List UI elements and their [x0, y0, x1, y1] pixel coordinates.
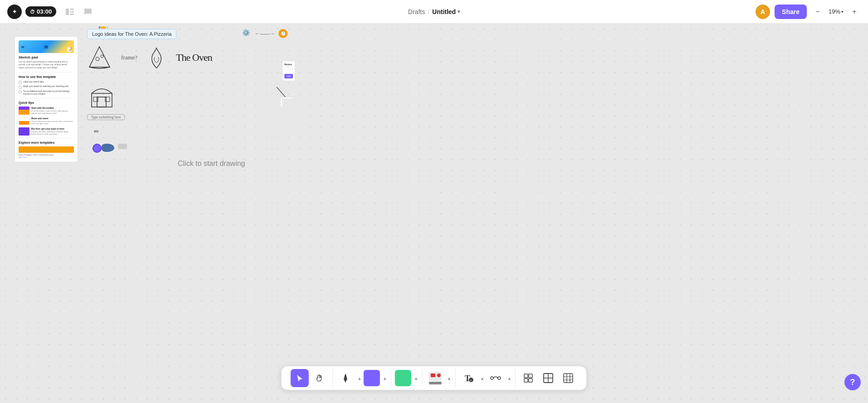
zoom-value-display[interactable]: 19% ▾ — [826, 6, 846, 17]
tip-2: Move and zoom Use the hand tool to pan a… — [19, 117, 74, 125]
drawing-pen-cursor: ✏ — [94, 128, 99, 135]
step-2: Begin your sketch by selecting your sket… — [19, 85, 74, 89]
tip-2-label: Move and zoom — [31, 117, 74, 120]
pizza-slice-sketch — [87, 44, 112, 71]
comment-button[interactable] — [82, 5, 94, 18]
breadcrumb-separator: / — [428, 8, 429, 15]
share-button[interactable]: Share — [775, 5, 807, 19]
settings-icon[interactable]: ⚙️ — [242, 29, 251, 38]
notes-box: Notes Add — [282, 61, 295, 81]
figma-logo-icon: ✦ — [12, 9, 17, 15]
navbar-left: ✦ ⏱ 03:00 — [7, 5, 94, 19]
navbar-center: Drafts / Untitled ▾ — [408, 8, 460, 15]
shape-swatch-chevron-icon[interactable]: ▲ — [414, 376, 419, 381]
svg-rect-2 — [70, 11, 74, 12]
step-1-icon — [19, 81, 22, 84]
panel-toggle-button[interactable] — [63, 5, 76, 18]
tip-1-label: Start with the toolbar — [31, 107, 74, 109]
drawing-blob-shape — [102, 144, 114, 152]
drawing-rect-shape — [118, 144, 127, 149]
explore-heading: Explore more templates — [19, 141, 74, 145]
zoom-increase-button[interactable]: + — [848, 5, 861, 18]
stamp-group: ▲ — [423, 369, 456, 387]
svg-point-17 — [490, 377, 493, 379]
pen-color-swatch[interactable] — [364, 370, 380, 386]
explore-link[interactable]: figma.com — [19, 156, 74, 158]
svg-point-4 — [96, 57, 99, 61]
text-chevron-icon[interactable]: ▲ — [480, 376, 484, 381]
breadcrumb-drafts[interactable]: Drafts — [408, 8, 425, 15]
svg-point-12 — [437, 374, 441, 377]
sketch-pad-description: Use our sketch pad template to create an… — [19, 61, 74, 69]
frame-tool-button[interactable] — [539, 369, 557, 387]
drawing-area[interactable]: Type something here ✏ Click to start dra… — [87, 114, 432, 196]
timer-badge[interactable]: ⏱ 03:00 — [25, 6, 56, 17]
connector-chevron-icon[interactable]: ▲ — [507, 376, 512, 381]
svg-rect-6 — [92, 93, 112, 107]
text-tool-button[interactable]: T + — [459, 369, 477, 387]
connector-tool-button[interactable] — [486, 369, 504, 387]
timer-value: 03:00 — [37, 8, 52, 15]
the-oven-text-sketch: The Oven — [176, 52, 212, 63]
step-3-text: Try out different tools and colors to pu… — [23, 90, 74, 96]
clock-icon[interactable]: 🕐 — [278, 29, 288, 38]
tip-3-desc: Projects are better with others. Click t… — [31, 131, 74, 135]
title-chevron-icon: ▾ — [458, 9, 460, 14]
pen-tool-button[interactable] — [336, 369, 355, 387]
shape-color-swatch[interactable] — [395, 370, 411, 386]
table-tool-button[interactable] — [559, 369, 577, 387]
hand-tool-button[interactable] — [311, 369, 329, 387]
explore-card[interactable] — [19, 146, 74, 153]
top-canvas-icons: ⚙️ ←——→ 🕐 — [242, 29, 288, 38]
svg-rect-7 — [97, 97, 106, 107]
svg-rect-0 — [66, 9, 69, 15]
canvas-area[interactable]: ✏️ le 📝 Sketch pad Use our sketch pad te… — [0, 24, 868, 403]
text-tools-group: T + ▲ ▲ — [455, 369, 516, 387]
step-1: Label your sketch idea. — [19, 81, 74, 84]
figma-logo[interactable]: ✦ — [7, 5, 22, 19]
help-button[interactable]: ? — [844, 374, 861, 390]
divider — [19, 72, 74, 73]
tip-2-thumbnail — [19, 117, 29, 125]
svg-rect-3 — [70, 14, 74, 15]
notes-add-button[interactable]: Add — [284, 74, 293, 78]
quick-tips-heading: Quick tips — [19, 101, 74, 105]
timer-icon: ⏱ — [30, 9, 35, 15]
svg-text:+: + — [470, 379, 472, 382]
step-3: Try out different tools and colors to pu… — [19, 90, 74, 96]
shape-group: ▲ — [391, 370, 423, 386]
svg-rect-21 — [524, 379, 528, 382]
tip-3-thumbnail — [19, 127, 29, 136]
bottom-toolbar: ▲ ▲ ▲ ▲ T + ▲ — [281, 366, 587, 390]
user-avatar: A — [756, 5, 770, 19]
tip-1-desc: It's at the bottom of your screen, with … — [31, 110, 74, 114]
tip-2-desc: Use the hand tool to pan around. Zoom co… — [31, 120, 74, 125]
pen-chevron-icon[interactable]: ▲ — [357, 376, 362, 381]
svg-rect-13 — [429, 382, 442, 384]
navbar-right: A Share − 19% ▾ + — [756, 5, 861, 19]
building-sketch — [87, 80, 117, 109]
step-2-icon — [19, 86, 22, 89]
tip-3-label: But first: get your team in here — [31, 127, 74, 130]
frame-tools-group — [516, 369, 581, 387]
svg-rect-11 — [431, 374, 435, 377]
grid-cell-2 — [282, 98, 302, 112]
grid-cell-1 — [260, 98, 280, 112]
step-2-text: Begin your sketch by selecting your sket… — [23, 85, 69, 88]
stamp-tool-button[interactable] — [426, 369, 444, 387]
zoom-decrease-button[interactable]: − — [811, 5, 824, 18]
stamp-tool-button-2[interactable] — [519, 369, 537, 387]
tip-1: Start with the toolbar It's at the botto… — [19, 107, 74, 115]
select-tool-button[interactable] — [291, 369, 309, 387]
svg-rect-20 — [529, 374, 532, 378]
flame-sketch — [146, 44, 167, 71]
color-swatch-chevron-icon[interactable]: ▲ — [383, 376, 387, 381]
document-title[interactable]: Untitled ▾ — [432, 8, 460, 15]
click-to-draw-label[interactable]: Click to start drawing — [178, 160, 245, 168]
drawing-label-input[interactable]: Type something here — [87, 114, 125, 120]
drawing-circle-shape — [93, 144, 102, 153]
notes-title: Notes — [284, 63, 293, 66]
stamp-chevron-icon[interactable]: ▲ — [447, 376, 452, 381]
svg-rect-26 — [564, 374, 573, 383]
sketch-pad-title: Sketch pad — [19, 55, 74, 59]
